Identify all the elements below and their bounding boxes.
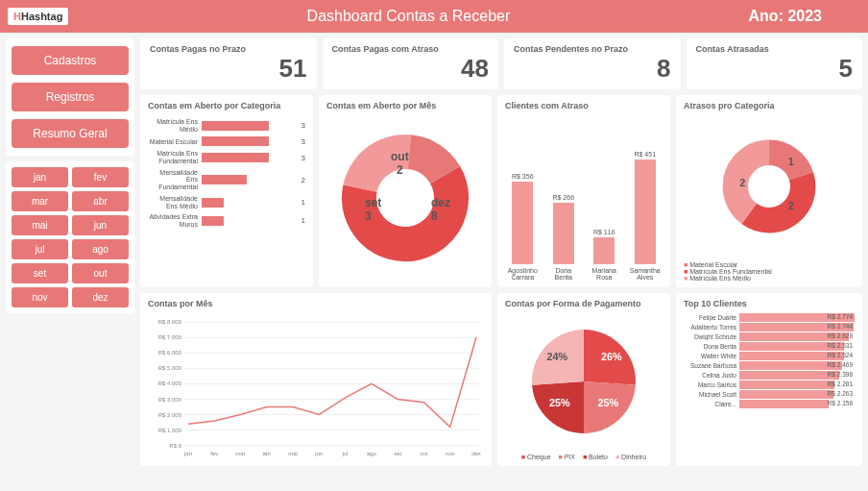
top10-row: Dona BentaR$ 2.531 <box>684 342 855 351</box>
svg-text:out: out <box>420 450 428 456</box>
month-mar[interactable]: mar <box>12 191 68 211</box>
svg-text:8: 8 <box>431 209 438 223</box>
svg-text:2: 2 <box>739 177 745 188</box>
vbar-col: R$ 451Samantha Alves <box>631 151 660 282</box>
svg-text:jan: jan <box>183 450 192 456</box>
svg-text:R$ 7.000: R$ 7.000 <box>158 333 182 340</box>
nav-registros[interactable]: Registros <box>12 83 129 111</box>
month-out[interactable]: out <box>72 263 129 283</box>
legend: Material EscolarMatrícula Ens Fundamenta… <box>684 261 855 282</box>
kpi-value: 5 <box>696 54 854 84</box>
vbar-col: R$ 116Mariana Rosa <box>590 229 618 282</box>
svg-text:2: 2 <box>397 163 403 177</box>
card-title: Contas por Forma de Pagamento <box>505 299 663 308</box>
svg-text:R$ 3.000: R$ 3.000 <box>158 395 182 402</box>
svg-text:nov: nov <box>446 450 456 456</box>
kpi-card: Contas Pagas com Atraso48 <box>323 38 499 89</box>
svg-text:R$ 1.000: R$ 1.000 <box>158 427 182 433</box>
kpi-value: 48 <box>332 54 490 84</box>
month-jul[interactable]: jul <box>12 239 68 259</box>
card-top10: Top 10 Clientes Felipe DuarteR$ 2.774Ada… <box>676 293 862 466</box>
month-filter-panel: janfevmarabrmaijunjulagosetoutnovdez <box>6 161 134 313</box>
svg-text:R$ 5.000: R$ 5.000 <box>158 364 182 371</box>
svg-text:abr: abr <box>262 450 271 456</box>
card-title: Contas por Mês <box>148 299 484 308</box>
card-title: Clientes com Atraso <box>505 101 663 110</box>
card-title: Contas em Aberto por Mês <box>326 101 484 110</box>
kpi-label: Contas Pendentes no Prazo <box>514 44 671 54</box>
top10-row: Felipe DuarteR$ 2.774 <box>684 313 855 322</box>
month-ago[interactable]: ago <box>72 239 129 259</box>
top10-row: Adalberto TorresR$ 2.744 <box>684 323 855 331</box>
hbar-row: Atividades Extra Muros1 <box>148 213 305 228</box>
card-contas-aberto-mes: Contas em Aberto por Mês dez 8 set 3 out… <box>319 95 492 287</box>
svg-text:R$ 2.000: R$ 2.000 <box>158 410 182 417</box>
month-nov[interactable]: nov <box>12 287 68 307</box>
line-chart: R$ 0R$ 1.000R$ 2.000R$ 3.000R$ 4.000R$ 5… <box>148 312 484 460</box>
kpi-value: 8 <box>514 54 671 84</box>
month-mai[interactable]: mai <box>12 215 68 235</box>
svg-text:mar: mar <box>235 450 245 456</box>
svg-text:ago: ago <box>367 450 377 456</box>
kpi-card: Contas Pendentes no Prazo8 <box>504 38 681 89</box>
kpi-label: Contas Pagas com Atraso <box>332 44 490 54</box>
svg-text:26%: 26% <box>601 351 622 362</box>
kpi-row: Contas Pagas no Prazo51Contas Pagas com … <box>140 38 862 89</box>
page-title: Dashboard Contas a Receber <box>68 8 748 25</box>
month-jan[interactable]: jan <box>12 167 68 187</box>
svg-text:R$ 8.000: R$ 8.000 <box>158 318 182 325</box>
kpi-label: Contas Pagas no Prazo <box>150 44 307 54</box>
svg-text:dez: dez <box>471 450 481 456</box>
top10-row: Dwight SchruteR$ 2.628 <box>684 332 855 341</box>
sidebar: CadastrosRegistrosResumo Geral janfevmar… <box>6 38 134 466</box>
kpi-value: 51 <box>150 54 307 84</box>
month-dez[interactable]: dez <box>72 287 129 307</box>
card-title: Atrasos pro Categoria <box>684 101 855 110</box>
svg-text:25%: 25% <box>549 397 570 408</box>
top10-row: Suzane BarbosaR$ 2.469 <box>684 361 855 370</box>
kpi-label: Contas Atrasadas <box>696 44 854 54</box>
hbar-row: Matrícula Ens Fundamental3 <box>148 150 305 164</box>
svg-text:jun: jun <box>314 450 323 456</box>
month-fev[interactable]: fev <box>72 167 129 187</box>
card-contas-por-mes: Contas por Mês R$ 0R$ 1.000R$ 2.000R$ 3.… <box>140 293 492 466</box>
month-set[interactable]: set <box>12 263 68 283</box>
hbar-row: Material Escolar3 <box>148 136 305 146</box>
svg-text:3: 3 <box>365 209 372 223</box>
svg-text:R$ 0: R$ 0 <box>169 442 181 449</box>
svg-text:jul: jul <box>342 450 349 456</box>
svg-text:R$ 6.000: R$ 6.000 <box>158 349 182 356</box>
svg-text:set: set <box>365 196 381 209</box>
logo: HHashtag <box>8 8 68 25</box>
svg-text:mai: mai <box>288 450 298 456</box>
svg-text:dez: dez <box>431 196 450 209</box>
top10-chart: Felipe DuarteR$ 2.774Adalberto TorresR$ … <box>684 312 855 460</box>
card-clientes-atraso: Clientes com Atraso R$ 356Agostinho Carr… <box>497 95 670 287</box>
card-forma-pagamento: Contas por Forma de Pagamento 26% 25% 25… <box>497 293 670 466</box>
svg-text:out: out <box>391 150 409 163</box>
svg-text:R$ 4.000: R$ 4.000 <box>158 380 182 386</box>
card-contas-aberto-categoria: Contas em Aberto por Categoria Matrícula… <box>140 95 313 287</box>
vbar-col: R$ 266Dona Benta <box>549 194 578 282</box>
hbar-row: Mensalidade Ens Fundamental2 <box>148 169 305 191</box>
donut-chart: dez 8 set 3 out 2 <box>326 114 484 282</box>
vbar-col: R$ 356Agostinho Carrara <box>508 173 537 282</box>
month-abr[interactable]: abr <box>72 191 129 211</box>
top10-row: Claire...R$ 2.158 <box>684 400 855 408</box>
kpi-card: Contas Atrasadas5 <box>687 38 863 89</box>
donut-chart: 1 2 2 <box>684 114 855 258</box>
top10-row: Marco SantosR$ 2.281 <box>684 381 855 389</box>
nav-resumo geral[interactable]: Resumo Geral <box>12 119 129 148</box>
card-title: Contas em Aberto por Categoria <box>148 101 305 110</box>
nav-cadastros[interactable]: Cadastros <box>12 46 129 75</box>
svg-text:1: 1 <box>788 156 794 167</box>
month-jun[interactable]: jun <box>72 215 129 235</box>
card-atrasos-categoria: Atrasos pro Categoria 1 2 2 Material Esc… <box>676 95 862 287</box>
pie-chart: 26% 25% 25% 24% <box>505 312 663 450</box>
svg-text:25%: 25% <box>597 397 618 408</box>
header: HHashtag Dashboard Contas a Receber Ano:… <box>0 0 868 33</box>
svg-text:2: 2 <box>788 200 794 211</box>
svg-text:set: set <box>394 450 401 456</box>
hbar-chart: Matrícula Ens Médio3Material Escolar3Mat… <box>148 114 305 233</box>
top10-row: Celina JustoR$ 2.398 <box>684 371 855 380</box>
